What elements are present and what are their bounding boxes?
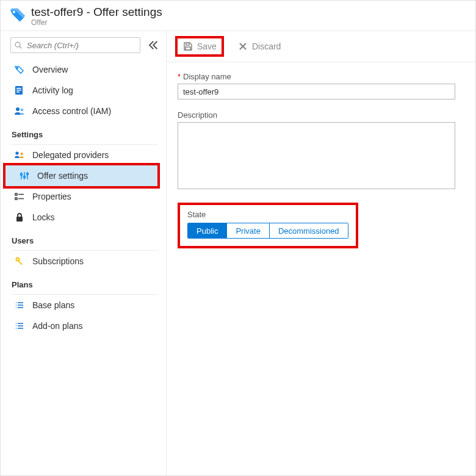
key-icon (14, 256, 25, 267)
state-option-decommissioned[interactable]: Decommissioned (270, 223, 348, 238)
svg-point-1 (15, 42, 20, 47)
state-option-private[interactable]: Private (227, 223, 269, 238)
sidebar-item-label: Base plans (32, 300, 74, 310)
svg-rect-18 (15, 193, 17, 195)
sidebar-item-label: Delegated providers (32, 150, 109, 160)
svg-rect-6 (16, 90, 21, 91)
sidebar-item-label: Activity log (32, 85, 73, 95)
discard-button[interactable]: Discard (233, 38, 286, 54)
page-header: test-offer9 - Offer settings Offer (1, 1, 475, 31)
required-indicator: * (178, 72, 181, 81)
sidebar-section-users: Users (1, 228, 166, 248)
sidebar-item-offer-settings[interactable]: Offer settings (5, 165, 157, 186)
svg-point-13 (20, 173, 22, 175)
people-icon (14, 106, 25, 117)
sidebar-item-label: Subscriptions (32, 256, 84, 266)
svg-rect-39 (186, 43, 189, 45)
display-name-input[interactable] (178, 84, 455, 99)
sidebar-section-settings: Settings (1, 121, 166, 142)
sidebar-item-label: Locks (32, 212, 55, 222)
list-icon (14, 320, 25, 331)
svg-line-2 (20, 46, 21, 48)
save-button[interactable]: Save (178, 38, 222, 54)
collapse-sidebar-icon[interactable] (146, 39, 159, 51)
svg-point-17 (26, 173, 28, 175)
content-pane: Save Discard * Display name Description (167, 31, 475, 476)
svg-rect-40 (186, 47, 190, 50)
svg-rect-7 (16, 92, 20, 93)
sidebar: Overview Activity log (1, 31, 167, 476)
svg-point-24 (17, 259, 19, 261)
sidebar-item-locks[interactable]: Locks (1, 207, 166, 228)
svg-rect-22 (16, 217, 23, 222)
sidebar-item-addon-plans[interactable]: Add-on plans (1, 316, 166, 336)
sidebar-section-plans: Plans (1, 272, 166, 292)
page-subtitle: Offer (31, 18, 162, 27)
save-label: Save (197, 41, 217, 51)
toolbar: Save Discard (167, 31, 475, 62)
sidebar-item-label: Access control (IAM) (32, 106, 111, 116)
svg-point-3 (17, 68, 18, 69)
sidebar-item-label: Properties (32, 192, 71, 201)
svg-point-9 (21, 109, 24, 112)
offer-tag-icon (9, 7, 26, 24)
sidebar-item-label: Add-on plans (32, 321, 83, 331)
svg-rect-20 (15, 198, 17, 200)
sidebar-item-overview[interactable]: Overview (1, 59, 166, 80)
state-toggle: Public Private Decommissioned (187, 223, 348, 239)
sidebar-item-activity-log[interactable]: Activity log (1, 80, 166, 101)
svg-point-15 (23, 176, 25, 178)
sidebar-item-delegated-providers[interactable]: Delegated providers (1, 145, 166, 165)
state-group-highlight: State Public Private Decommissioned (178, 203, 358, 248)
svg-point-10 (15, 151, 18, 154)
display-name-label: * Display name (178, 72, 475, 81)
providers-icon (14, 150, 25, 160)
state-label: State (187, 210, 348, 219)
save-icon (182, 41, 193, 52)
svg-point-8 (16, 107, 20, 111)
page-title: test-offer9 - Offer settings (31, 5, 162, 19)
sliders-icon (19, 170, 30, 181)
properties-icon (14, 191, 25, 202)
sidebar-item-base-plans[interactable]: Base plans (1, 295, 166, 316)
sidebar-item-access-control[interactable]: Access control (IAM) (1, 101, 166, 121)
lock-icon (14, 212, 25, 223)
svg-point-11 (21, 153, 23, 155)
sidebar-item-subscriptions[interactable]: Subscriptions (1, 251, 166, 272)
svg-point-0 (13, 11, 15, 13)
tag-outline-icon (14, 64, 25, 75)
search-input[interactable] (10, 37, 140, 53)
state-option-public[interactable]: Public (188, 223, 227, 238)
svg-rect-5 (16, 88, 21, 89)
activity-log-icon (14, 85, 25, 96)
search-icon (14, 41, 23, 49)
description-label: Description (178, 110, 475, 120)
sidebar-item-label: Offer settings (37, 171, 88, 181)
sidebar-item-label: Overview (32, 65, 68, 74)
discard-label: Discard (252, 41, 281, 51)
sidebar-item-properties[interactable]: Properties (1, 186, 166, 207)
close-icon (237, 41, 248, 52)
list-icon (14, 300, 25, 311)
description-input[interactable] (178, 122, 455, 189)
